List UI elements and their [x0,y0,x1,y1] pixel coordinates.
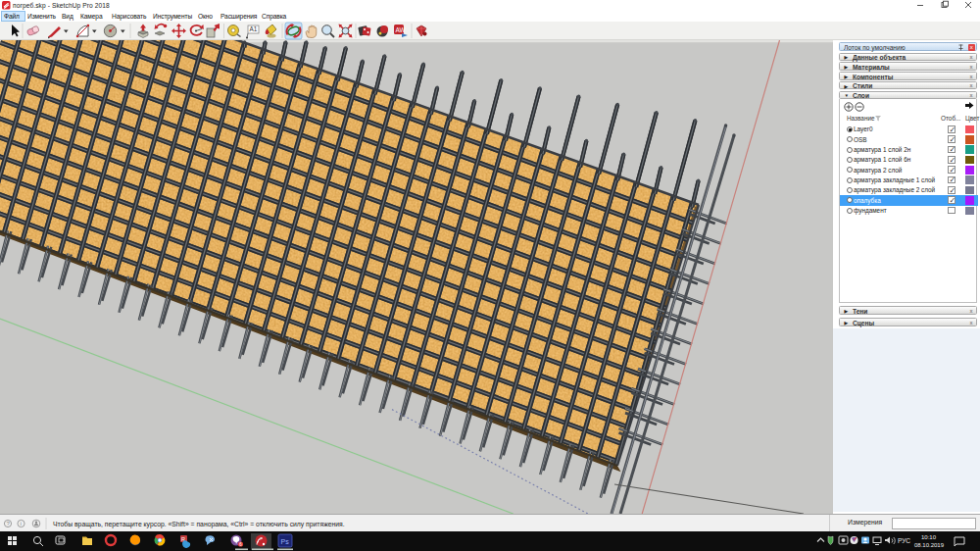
svg-text:i: i [21,521,22,526]
svg-text:РУС: РУС [898,537,910,544]
svg-text:10:10: 10:10 [921,534,937,540]
svg-text:Чтобы вращать, перетащите курс: Чтобы вращать, перетащите курсор. «Shift… [53,521,345,528]
svg-text:08.10.2019: 08.10.2019 [914,542,945,548]
svg-text:Ps: Ps [281,538,290,545]
svg-text:A1: A1 [249,25,257,32]
svg-text:AW: AW [396,26,407,33]
